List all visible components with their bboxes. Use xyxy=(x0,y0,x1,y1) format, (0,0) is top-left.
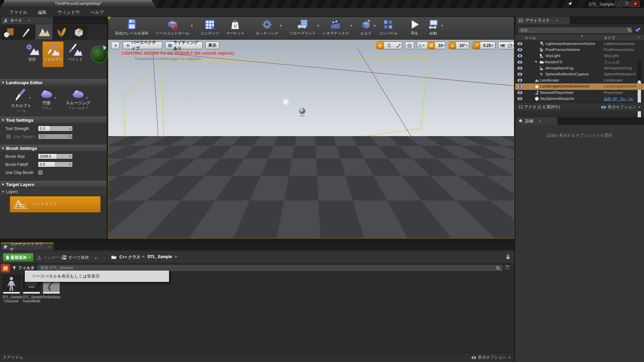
visibility-eye-icon[interactable] xyxy=(517,42,523,46)
move-tool-icon[interactable] xyxy=(376,42,384,49)
scale-tool-icon[interactable] xyxy=(395,42,403,49)
forward-arrow-icon[interactable]: → xyxy=(101,254,106,260)
layers-subheader[interactable]: Layers xyxy=(0,188,107,195)
breadcrumb-arrow-icon[interactable]: ▶ xyxy=(175,255,177,258)
outliner-row-AtmosphericFog[interactable]: AtmosphericFogAtmosphericFog xyxy=(515,65,644,71)
dropdown-icon[interactable]: ▼ xyxy=(29,97,31,100)
tab-modes[interactable]: モード ✕ xyxy=(1,17,53,24)
toolbar-save-button[interactable]: 現在のレベルを保存 xyxy=(112,18,152,36)
outliner-search-input[interactable]: 検索... xyxy=(518,27,633,34)
mode-tab-geometry-mode[interactable] xyxy=(70,25,87,40)
minimize-button[interactable]: – xyxy=(615,1,622,7)
brush-settings-header[interactable]: Brush Settings xyxy=(0,145,107,152)
toolbar-play-button[interactable]: 再生 xyxy=(406,18,424,36)
level-tab[interactable]: ThirdPersonExampleMap* xyxy=(0,0,156,8)
level-status-bar[interactable]: レベル: ThirdPersonExampleMap (パーシスタント) xyxy=(388,229,510,237)
submode-sculpt[interactable]: スカルプト xyxy=(43,42,63,67)
panel-splitter[interactable] xyxy=(514,17,515,362)
save-all-button[interactable]: すべて保存 xyxy=(62,253,89,262)
visibility-eye-icon[interactable] xyxy=(517,60,523,64)
lit-mode-button[interactable]: ライティングあり xyxy=(165,42,203,49)
maximize-viewport-icon[interactable] xyxy=(507,43,513,48)
toolbar-build-button[interactable]: ▼ビルド xyxy=(357,18,375,36)
value-slider[interactable]: 0.5 xyxy=(38,162,73,167)
scale-snap-icon[interactable] xyxy=(473,42,480,49)
send-feedback-icon[interactable] xyxy=(567,1,573,6)
expander-icon[interactable] xyxy=(535,61,537,63)
close-icon[interactable]: ✕ xyxy=(555,19,558,22)
viewport-options-dropdown[interactable]: ▼ xyxy=(111,42,120,49)
close-icon[interactable]: ✕ xyxy=(28,19,31,22)
menu-ヘルプ[interactable]: ヘルプ xyxy=(85,8,109,16)
outliner-header[interactable]: ラベル ▲ タイプ ▼ xyxy=(515,35,644,41)
submode-manage[interactable]: 管理 xyxy=(21,42,42,67)
panel-splitter[interactable] xyxy=(0,239,514,243)
close-icon[interactable]: ✕ xyxy=(539,119,541,123)
breadcrumb-cpp-classes[interactable]: C++ クラス xyxy=(119,254,141,260)
show-button[interactable]: 表示 xyxy=(205,42,219,49)
toolbar-source-control-button[interactable]: ▼ソースコントロール xyxy=(152,18,193,36)
back-arrow-icon[interactable]: ← xyxy=(94,254,99,260)
mode-tab-foliage-mode[interactable] xyxy=(53,25,70,40)
menu-編集[interactable]: 編集 xyxy=(33,8,52,16)
visibility-eye-icon[interactable] xyxy=(517,78,523,82)
rotation-snap-control[interactable]: 10°▾ xyxy=(448,42,469,49)
visibility-eye-icon[interactable] xyxy=(517,54,523,58)
transform-tools[interactable] xyxy=(377,42,402,49)
visibility-eye-icon[interactable] xyxy=(517,97,523,101)
outliner-row-SkyLight[interactable]: SkyLightSkyLight xyxy=(515,53,644,59)
tab-content-browser[interactable]: コンテンツブラウザ✕ xyxy=(1,243,54,250)
toolbar-blueprints-button[interactable]: ▼ブループリント xyxy=(286,18,319,36)
menu-ファイル[interactable]: ファイル xyxy=(4,8,33,16)
toolbar-launch-button[interactable]: ▼起動 xyxy=(424,18,443,36)
scale-snap-value[interactable]: 0.25▾ xyxy=(482,42,495,49)
toolbar-settings-button[interactable]: ▼セッティング xyxy=(252,18,282,36)
sources-panel-toggle[interactable] xyxy=(1,264,10,272)
submode-paint[interactable]: ペイント xyxy=(65,42,86,67)
mode-tab-placement-mode[interactable] xyxy=(1,25,17,40)
save-search-icon[interactable] xyxy=(505,265,509,269)
dropdown-icon[interactable]: ▼ xyxy=(350,24,353,27)
visibility-eye-icon[interactable] xyxy=(517,48,523,52)
dropdown-icon[interactable]: ▼ xyxy=(54,97,57,100)
close-icon[interactable]: ✕ xyxy=(48,245,51,249)
visibility-eye-icon[interactable] xyxy=(517,72,523,76)
grid-snap-value[interactable]: 10▾ xyxy=(436,42,446,49)
tab-outliner[interactable]: アウトライナ✕ xyxy=(516,17,570,24)
visibility-eye-icon[interactable] xyxy=(517,66,523,70)
landscape-tool-falloff[interactable]: ▼スムージングフォールオフ xyxy=(60,88,97,111)
landscape-tool-brush[interactable]: ▼円形ブラシ xyxy=(36,88,57,111)
dropdown-icon[interactable]: ▼ xyxy=(441,24,444,27)
dropdown-icon[interactable]: ▼ xyxy=(279,24,282,27)
value-slider[interactable]: 2048.0 xyxy=(38,154,73,159)
value-slider[interactable]: 0.3 xyxy=(38,126,73,131)
rotate-tool-icon[interactable] xyxy=(385,42,393,49)
outliner-row-LightmassImportanceVolume[interactable]: LightmassImportanceVolumeLightmassImport… xyxy=(515,41,644,47)
outliner-view-options[interactable]: 表示オプション▼ xyxy=(601,104,641,110)
value-slider[interactable]: 1.0 xyxy=(38,134,73,139)
grid-snap-control[interactable]: ▾ 10▾ xyxy=(417,42,446,49)
toolbar-content-button[interactable]: コンテンツ xyxy=(197,18,222,36)
dropdown-icon[interactable]: ▼ xyxy=(86,97,88,100)
add-new-button[interactable]: 新規追加▼ xyxy=(3,253,34,262)
outliner-row-SphereReflectionCapture[interactable]: SphereReflectionCaptureSphereReflectionC xyxy=(515,71,644,77)
viewport[interactable]: Y ? ▼ パースペクティブ ライティングあり 表示 xyxy=(108,40,514,239)
rotation-snap-icon[interactable] xyxy=(448,42,456,49)
mode-tab-landscape-mode[interactable] xyxy=(36,25,52,40)
world-local-toggle[interactable] xyxy=(405,42,414,49)
scale-snap-control[interactable]: 0.25▾ xyxy=(472,42,495,49)
tab-details[interactable]: i 詳細✕ xyxy=(516,117,557,125)
asset-DTL_SampleCharacter[interactable]: DTL_SampleCharacter xyxy=(3,275,20,303)
outliner-row-SkySphereBlueprint[interactable]: SkySphereBlueprint編集 BP_Sky_Sp xyxy=(515,96,644,102)
edit-blueprint-link[interactable]: 編集 BP_Sky_Sp xyxy=(604,97,641,102)
content-view-options[interactable]: 表示オプション▼ xyxy=(471,355,511,360)
perspective-button[interactable]: パースペクティブ xyxy=(123,42,162,49)
import-button[interactable]: インポート xyxy=(37,253,64,262)
landscape-editor-header[interactable]: Landscape Editor xyxy=(0,79,107,86)
toolbar-marketplace-button[interactable]: Uマーケット xyxy=(222,18,248,36)
mode-tab-mesh-paint-mode[interactable] xyxy=(18,25,35,40)
toolbar-cinematics-button[interactable]: ▼シネマティクス xyxy=(319,18,353,36)
breadcrumb-dtl-sample[interactable]: DTL_Sample xyxy=(148,254,172,259)
tool-settings-header[interactable]: Tool Settings xyxy=(0,117,107,124)
outliner-row-RenderFX[interactable]: RenderFXフォルダ xyxy=(515,59,644,65)
